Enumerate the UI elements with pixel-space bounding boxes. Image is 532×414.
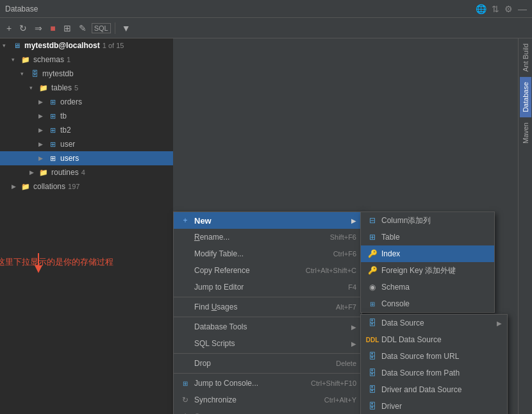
arrow-routines: ▶	[29, 169, 38, 176]
submenu-foreign-key[interactable]: 🔑 Foreign Key 添加外键	[361, 262, 494, 279]
minimize-icon[interactable]: —	[518, 4, 527, 14]
folder-tables-icon: 📁	[38, 83, 49, 93]
users-label: users	[60, 154, 79, 163]
rename-label: Rename...	[194, 233, 325, 242]
arrow-mytestdb: ▾	[21, 70, 29, 77]
sep1	[174, 297, 362, 297]
collations-label: collations	[33, 182, 65, 191]
db-tree: ▾ 🖥 mytestdb@localhost 1 of 15 ▾ 📁 schem…	[0, 38, 173, 414]
ds-driver[interactable]: 🗄 Driver	[361, 398, 507, 414]
menu-item-jump-editor[interactable]: Jump to Editor F4	[174, 279, 362, 295]
schemas-label: schemas	[33, 55, 64, 64]
annotation-bottom: 这里下拉显示的是你的存储过程	[0, 256, 113, 268]
sidebar-tab-database[interactable]: Database	[520, 77, 531, 117]
sql-scripts-arrow: ▶	[351, 340, 356, 347]
menu-item-db-tools[interactable]: Database Tools ▶	[174, 319, 362, 335]
schema-label: Schema	[381, 283, 489, 292]
column-icon: ⊟	[366, 216, 379, 225]
add-button[interactable]: +	[4, 22, 14, 35]
submenu-console[interactable]: ⊞ Console	[361, 295, 494, 312]
submenu-table[interactable]: ⊞ Table	[361, 229, 494, 245]
table-users-icon: ⊞	[47, 153, 58, 163]
split-icon[interactable]: ⇅	[492, 4, 499, 14]
menu-item-modify[interactable]: Modify Table... Ctrl+F6	[174, 245, 362, 262]
submenu-schema[interactable]: ◉ Schema	[361, 279, 494, 295]
index-icon: 🔑	[366, 249, 379, 258]
toolbar: + ↻ ⇒ ■ ⊞ ✎ SQL ▼	[0, 18, 532, 38]
tb-label: tb	[60, 112, 67, 120]
globe-icon[interactable]: 🌐	[476, 4, 486, 14]
menu-item-copy-ref[interactable]: Copy Reference Ctrl+Alt+Shift+C	[174, 262, 362, 279]
new-submenu-arrow: ▶	[351, 217, 356, 224]
modify-label: Modify Table...	[194, 249, 328, 258]
menu-item-compare: * Compare Ctrl+D	[174, 408, 362, 414]
ds-path-icon: 🗄	[366, 368, 379, 377]
arrow-orders: ▶	[38, 99, 47, 105]
menu-item-drop[interactable]: Drop Delete	[174, 355, 362, 372]
sidebar-tab-maven[interactable]: Maven	[520, 117, 531, 149]
menu-item-jump-console[interactable]: ⊞ Jump to Console... Ctrl+Shift+F10	[174, 375, 362, 392]
sync-shortcut: Ctrl+Alt+Y	[324, 396, 356, 404]
ds-ddl[interactable]: DDL DDL Data Source	[361, 331, 507, 348]
sep2	[174, 317, 362, 317]
ds-data-source[interactable]: 🗄 Data Source ▶	[361, 315, 507, 331]
tree-item-tables[interactable]: ▾ 📁 tables 5	[0, 81, 173, 95]
drop-label: Drop	[194, 359, 331, 368]
edit-button[interactable]: ✎	[76, 22, 89, 35]
menu-item-new[interactable]: + New ▶	[174, 212, 362, 229]
sql-scripts-label: SQL Scripts	[194, 339, 351, 348]
menu-item-find-usages[interactable]: Find Usages Alt+F7	[174, 299, 362, 315]
ds-from-url[interactable]: 🗄 Data Source from URL	[361, 348, 507, 365]
tree-item-schemas[interactable]: ▾ 📁 schemas 1	[0, 53, 173, 67]
menu-item-synchronize[interactable]: ↻ Synchronize Ctrl+Alt+Y	[174, 392, 362, 408]
filter-button[interactable]: ▼	[119, 22, 133, 35]
gear-icon[interactable]: ⚙	[504, 4, 513, 14]
folder-collations-icon: 📁	[21, 181, 31, 192]
arrow-users: ▶	[38, 155, 47, 161]
menu-item-sql-scripts[interactable]: SQL Scripts ▶	[174, 335, 362, 352]
table-tb-icon: ⊞	[47, 111, 58, 121]
tree-item-tb2[interactable]: ▶ ⊞ tb2	[0, 123, 173, 137]
console-label: Console	[381, 299, 489, 308]
ds-driver-data-source[interactable]: 🗄 Driver and Data Source	[361, 381, 507, 398]
tree-item-users[interactable]: ▶ ⊞ users	[0, 151, 173, 165]
tree-item-collations[interactable]: ▶ 📁 collations 197	[0, 179, 173, 194]
stop-button[interactable]: ■	[47, 22, 58, 35]
ds-url-label: Data Source from URL	[381, 352, 502, 361]
mytestdb-label: mytestdb	[42, 69, 74, 78]
tree-item-orders[interactable]: ▶ ⊞ orders	[0, 95, 173, 109]
table-user-icon: ⊞	[47, 139, 58, 149]
grid-button[interactable]: ⊞	[61, 22, 74, 35]
ds-from-path[interactable]: 🗄 Data Source from Path	[361, 365, 507, 381]
orders-label: orders	[60, 97, 82, 106]
schema-icon: ◉	[366, 283, 379, 292]
context-menu: + New ▶ Rename... Shift+F6 Modify Table.…	[173, 211, 362, 414]
table-label: Table	[381, 233, 489, 242]
submenu-index[interactable]: 🔑 Index	[361, 245, 494, 262]
drop-shortcut: Delete	[336, 360, 356, 367]
tree-item-root[interactable]: ▾ 🖥 mytestdb@localhost 1 of 15	[0, 38, 173, 53]
synchronize-label: Synchronize	[194, 395, 319, 404]
copy-ref-label: Copy Reference	[194, 266, 301, 275]
table-tb2-icon: ⊞	[47, 125, 58, 135]
schema-button[interactable]: ⇒	[32, 22, 45, 35]
sidebar-tab-ant[interactable]: Ant Build	[520, 38, 531, 77]
title-controls: 🌐 ⇅ ⚙ —	[476, 4, 527, 14]
new-label: New	[194, 216, 351, 226]
tree-item-mytestdb[interactable]: ▾ 🗄 mytestdb	[0, 67, 173, 81]
tree-item-routines[interactable]: ▶ 📁 routines 4	[0, 165, 173, 179]
submenu-column[interactable]: ⊟ Column添加列	[361, 212, 494, 229]
tables-badge: 5	[74, 84, 78, 92]
arrow-user: ▶	[38, 141, 47, 147]
find-usages-label: Find Usages	[194, 302, 331, 311]
driver-ds-icon: 🗄	[366, 385, 379, 394]
ddl-icon: DDL	[366, 336, 379, 344]
db-tools-label: Database Tools	[194, 322, 351, 331]
sql-button[interactable]: SQL	[92, 23, 111, 33]
refresh-button[interactable]: ↻	[17, 22, 29, 35]
tree-item-tb[interactable]: ▶ ⊞ tb	[0, 109, 173, 123]
tree-item-user[interactable]: ▶ ⊞ user	[0, 137, 173, 151]
right-sidebar: Ant Build Database Maven	[518, 38, 532, 414]
menu-item-rename[interactable]: Rename... Shift+F6	[174, 229, 362, 245]
main-panel: ▾ 🖥 mytestdb@localhost 1 of 15 ▾ 📁 schem…	[0, 38, 532, 414]
